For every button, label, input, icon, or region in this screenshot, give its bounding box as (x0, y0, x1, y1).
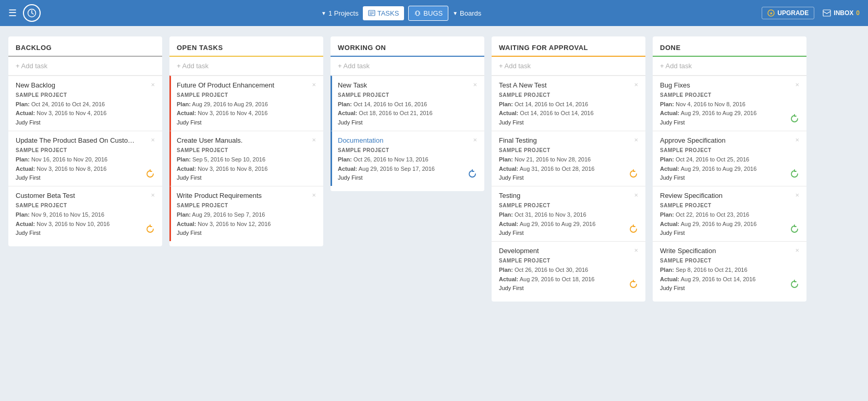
column-waiting: WAITING FOR APPROVAL+ Add task×Test A Ne… (492, 36, 645, 302)
projects-label: 1 Projects (328, 9, 359, 17)
task-card: ×DevelopmentSAMPLE PROJECTPlan: Oct 26, … (492, 241, 645, 296)
task-dates: Plan: Oct 24, 2016 to Oct 25, 2016Actual… (660, 155, 799, 173)
task-project: SAMPLE PROJECT (499, 147, 638, 153)
close-task-button[interactable]: × (634, 247, 638, 254)
task-card: ×Future Of Product EnhancementSAMPLE PRO… (169, 76, 323, 131)
task-refresh-icon[interactable] (790, 280, 799, 291)
close-task-button[interactable]: × (634, 192, 638, 198)
task-refresh-icon[interactable] (790, 224, 799, 236)
close-task-button[interactable]: × (795, 192, 799, 198)
task-title: Write Product Requirements (177, 192, 316, 200)
task-dates: Plan: Oct 24, 2016 to Oct 24, 2016Actual… (16, 100, 155, 118)
close-task-button[interactable]: × (795, 136, 799, 143)
add-task-button-working[interactable]: + Add task (331, 57, 484, 76)
close-task-button[interactable]: × (151, 136, 155, 143)
column-header-working: WORKING ON (331, 36, 484, 57)
menu-icon[interactable]: ☰ (8, 7, 17, 19)
task-refresh-icon[interactable] (468, 169, 477, 181)
close-task-button[interactable]: × (312, 81, 316, 88)
task-refresh-icon[interactable] (145, 224, 155, 236)
column-title-done: DONE (660, 44, 799, 52)
task-assignee: Judy First (177, 119, 316, 126)
task-project: SAMPLE PROJECT (177, 147, 316, 153)
main-header: ☰ ▼ 1 Projects TASKS (0, 0, 868, 26)
boards-nav[interactable]: ▼ Boards (453, 9, 481, 17)
task-card: ×Write Product RequirementsSAMPLE PROJEC… (169, 186, 323, 241)
task-project: SAMPLE PROJECT (338, 147, 477, 153)
add-task-button-waiting[interactable]: + Add task (492, 57, 645, 76)
tasks-icon (368, 9, 375, 17)
task-refresh-icon[interactable] (629, 169, 638, 181)
task-title: Write Specification (660, 247, 799, 256)
task-dates: Plan: Oct 22, 2016 to Oct 23, 2016Actual… (660, 210, 799, 229)
tasks-label: TASKS (377, 9, 399, 17)
task-refresh-icon[interactable] (790, 114, 799, 126)
task-dates: Plan: Aug 29, 2016 to Aug 29, 2016Actual… (177, 100, 316, 118)
task-card-inner: ×Write SpecificationSAMPLE PROJECTPlan: … (660, 247, 799, 291)
close-task-button[interactable]: × (473, 81, 477, 88)
task-project: SAMPLE PROJECT (660, 92, 799, 98)
task-card: ×Write SpecificationSAMPLE PROJECTPlan: … (653, 241, 806, 296)
task-assignee: Judy First (338, 174, 477, 181)
task-assignee: Judy First (16, 174, 155, 181)
upgrade-button[interactable]: ★ UPGRADE (762, 7, 814, 19)
task-dates: Plan: Oct 14, 2016 to Oct 14, 2016Actual… (499, 100, 638, 118)
task-project: SAMPLE PROJECT (499, 258, 638, 264)
task-dates: Plan: Oct 14, 2016 to Oct 16, 2016Actual… (338, 100, 477, 118)
add-task-button-done[interactable]: + Add task (653, 57, 806, 76)
timer-icon[interactable] (23, 4, 41, 22)
task-assignee: Judy First (499, 174, 638, 181)
task-card-inner: ×New TaskSAMPLE PROJECTPlan: Oct 14, 201… (338, 81, 477, 126)
close-task-button[interactable]: × (473, 136, 477, 143)
task-title: Create User Manuals. (177, 136, 316, 145)
task-refresh-icon[interactable] (629, 224, 638, 236)
task-card: ×Approve SpecificationSAMPLE PROJECTPlan… (653, 131, 806, 186)
svg-text:★: ★ (769, 11, 773, 15)
close-task-button[interactable]: × (312, 192, 316, 198)
task-project: SAMPLE PROJECT (16, 92, 155, 98)
task-dates: Plan: Oct 26, 2016 to Nov 13, 2016Actual… (338, 155, 477, 173)
add-task-button-backlog[interactable]: + Add task (8, 57, 162, 76)
close-task-button[interactable]: × (151, 192, 155, 198)
task-dates: Plan: Aug 29, 2016 to Sep 7, 2016Actual:… (177, 210, 316, 229)
task-assignee: Judy First (499, 119, 638, 126)
column-header-waiting: WAITING FOR APPROVAL (492, 36, 645, 57)
task-dates: Plan: Sep 8, 2016 to Oct 21, 2016Actual:… (660, 266, 799, 284)
bugs-nav[interactable]: BUGS (408, 6, 448, 21)
task-card-inner: ×Review SpecificationSAMPLE PROJECTPlan:… (660, 192, 799, 236)
task-refresh-icon[interactable] (145, 169, 155, 181)
task-title: Approve Specification (660, 136, 799, 145)
task-card-inner: ×Customer Beta TestSAMPLE PROJECTPlan: N… (16, 192, 155, 236)
close-task-button[interactable]: × (634, 136, 638, 143)
task-refresh-icon[interactable] (790, 169, 799, 181)
task-project: SAMPLE PROJECT (16, 147, 155, 153)
close-task-button[interactable]: × (312, 136, 316, 143)
column-working: WORKING ON+ Add task×New TaskSAMPLE PROJ… (331, 36, 484, 191)
task-title: Customer Beta Test (16, 192, 155, 200)
task-card-inner: ×Future Of Product EnhancementSAMPLE PRO… (177, 81, 316, 126)
tasks-nav[interactable]: TASKS (363, 6, 405, 20)
inbox-icon (823, 9, 831, 17)
close-task-button[interactable]: × (795, 81, 799, 88)
task-card: ×Test A New TestSAMPLE PROJECTPlan: Oct … (492, 76, 645, 131)
task-card: ×Final TestingSAMPLE PROJECTPlan: Nov 21… (492, 131, 645, 186)
close-task-button[interactable]: × (151, 81, 155, 88)
task-assignee: Judy First (660, 285, 799, 291)
svg-line-2 (32, 13, 33, 14)
bugs-label: BUGS (423, 9, 443, 17)
projects-nav[interactable]: ▼ 1 Projects (321, 9, 359, 17)
inbox-button[interactable]: INBOX 0 (823, 9, 860, 17)
task-title[interactable]: Documentation (338, 136, 477, 145)
column-header-backlog: BACKLOG (8, 36, 162, 57)
close-task-button[interactable]: × (634, 81, 638, 88)
task-card-inner: ×TestingSAMPLE PROJECTPlan: Oct 31, 2016… (499, 192, 638, 236)
task-title: Test A New Test (499, 81, 638, 90)
task-card: ×Bug FixesSAMPLE PROJECTPlan: Nov 4, 201… (653, 76, 806, 131)
close-task-button[interactable]: × (795, 247, 799, 254)
add-task-button-open[interactable]: + Add task (169, 57, 323, 76)
task-card: ×DocumentationSAMPLE PROJECTPlan: Oct 26… (331, 131, 484, 186)
task-assignee: Judy First (338, 119, 477, 126)
task-refresh-icon[interactable] (629, 280, 638, 291)
task-title: Testing (499, 192, 638, 200)
column-header-open: OPEN TASKS (169, 36, 323, 57)
